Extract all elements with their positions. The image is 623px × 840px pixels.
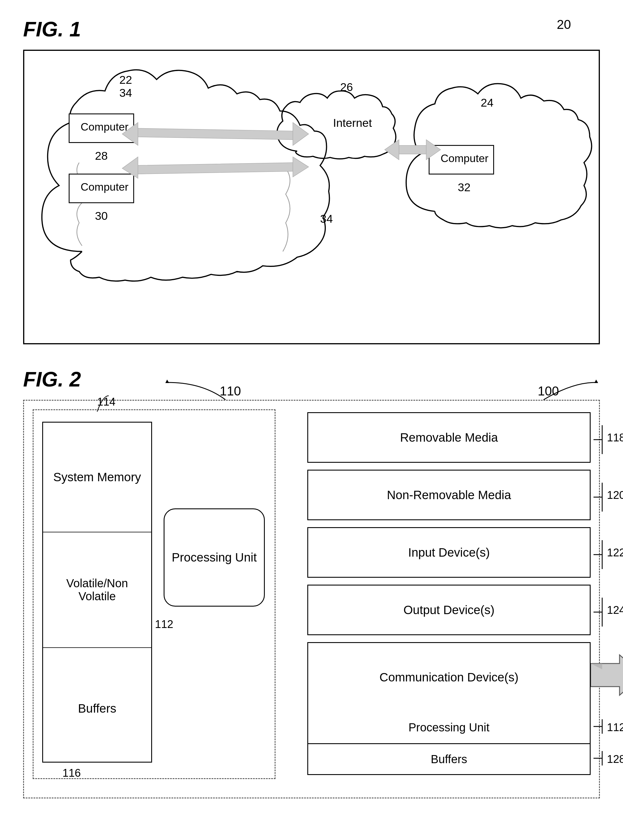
comm-devices-box: Communication Device(s) [307,642,591,711]
fig2-section: FIG. 2 110 100 114 [23,367,600,827]
svg-marker-13 [396,145,429,154]
svg-marker-10 [134,163,297,174]
non-removable-media-box: Non-Removable Media [307,470,591,520]
left-cloud [42,70,330,281]
arrow-internet-to-right [385,140,440,160]
svg-rect-1 [69,174,134,203]
svg-marker-7 [134,128,297,140]
buffers-small-box: Buffers [307,743,591,775]
svg-text:28: 28 [95,149,107,162]
internet-cloud [277,91,396,159]
buffers-left-label: Buffers [43,648,151,769]
svg-text:34: 34 [320,212,333,225]
removable-media-box: Removable Media [307,412,591,463]
input-devices-box: Input Device(s) [307,527,591,578]
svg-text:Internet: Internet [333,116,372,129]
right-column: Removable Media 118 Non-Removable Media [307,412,591,775]
svg-text:22: 22 [120,73,132,86]
system-memory-box: System Memory Volatile/Non Volatile Buff… [42,422,152,763]
svg-marker-29 [594,379,598,383]
svg-rect-0 [69,114,134,142]
processing-unit-center-box: Processing Unit [164,508,265,607]
svg-rect-2 [429,145,494,174]
page: FIG. 1 20 [0,0,623,840]
svg-marker-14 [426,140,440,160]
volatile-label: Volatile/Non Volatile [43,532,151,648]
fig1-ref-20: 20 [557,17,571,32]
right-cloud [406,84,592,228]
svg-text:34: 34 [120,86,132,99]
output-devices-box: Output Device(s) [307,584,591,635]
fig2-inner-dashed-box: 114 System Memory Volatile/Non Volatile [33,409,276,779]
svg-text:Computer: Computer [440,152,488,164]
svg-marker-9 [122,122,138,145]
fig1-section: FIG. 1 20 [23,17,600,344]
svg-text:32: 32 [458,181,471,194]
processing-unit-small-box: Processing Unit [307,711,591,743]
fig2-outer-dashed-box: 114 System Memory Volatile/Non Volatile [23,400,600,799]
fig2-ref-116: 116 [63,767,81,779]
fig1-diagram-box: 22 34 26 24 28 30 32 34 Computer Compute… [23,50,600,344]
fig2-ref-112a: 112 [155,618,173,630]
svg-marker-28 [165,379,169,383]
svg-marker-38 [591,655,623,695]
svg-text:30: 30 [95,210,107,222]
svg-marker-12 [122,157,138,178]
svg-text:Computer: Computer [81,121,128,133]
svg-marker-11 [293,157,309,177]
svg-marker-15 [385,140,399,160]
system-memory-label: System Memory [43,422,151,532]
svg-text:Computer: Computer [81,181,128,193]
svg-marker-8 [293,122,309,145]
arrow-bottom-left-to-internet [122,157,309,178]
fig1-label: FIG. 1 [23,17,81,41]
svg-text:24: 24 [481,96,494,109]
svg-text:26: 26 [340,81,353,93]
arrow-left-to-internet [122,122,309,145]
